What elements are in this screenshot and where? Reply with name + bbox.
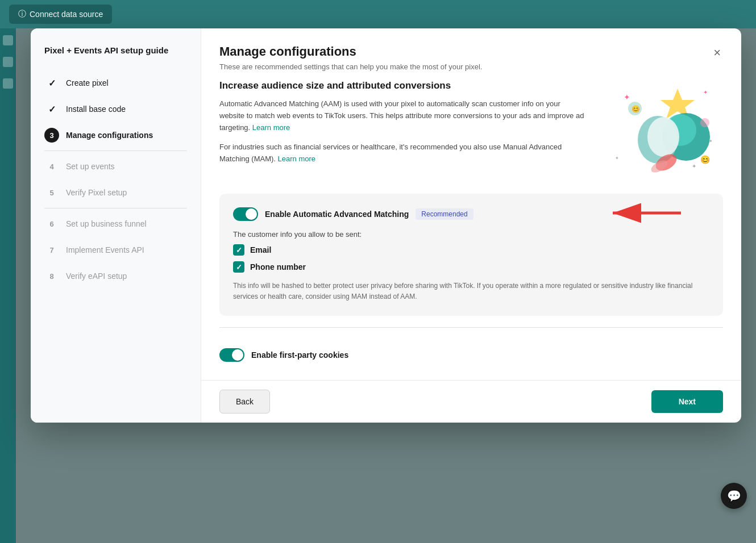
modal-header: Manage configurations These are recommen…	[201, 28, 741, 80]
cookie-section: Enable first-party cookies	[219, 339, 723, 371]
modal-title: Manage configurations	[219, 44, 482, 59]
sidebar-label-set-up-business-funnel: Set up business funnel	[66, 219, 147, 228]
strip-icon-1	[3, 35, 13, 45]
modal-wrapper: Pixel + Events API setup guide ✓ Create …	[16, 17, 756, 543]
sidebar-icon-manage-configurations: 3	[44, 128, 59, 143]
aam-toggle-slider[interactable]	[233, 207, 258, 221]
cookie-toggle-slider[interactable]	[219, 348, 244, 362]
sidebar-title: Pixel + Events API setup guide	[44, 44, 187, 56]
sidebar-icon-create-pixel: ✓	[44, 76, 59, 90]
svg-point-15	[700, 118, 709, 127]
sidebar-label-manage-configurations: Manage configurations	[66, 131, 153, 140]
phone-checkbox-row: Phone number	[233, 261, 709, 273]
section-divider	[219, 327, 723, 328]
phone-checkbox-label: Phone number	[250, 262, 306, 272]
sidebar-label-install-base-code: Install base code	[66, 105, 126, 114]
sidebar-strip	[0, 28, 16, 543]
aam-toggle-label: Enable Automatic Advanced Matching	[265, 210, 409, 219]
modal-header-text: Manage configurations These are recommen…	[219, 44, 482, 71]
sidebar-icon-verify-eapi-setup: 8	[44, 269, 59, 283]
section-desc-2: For industries such as financial service…	[219, 141, 584, 165]
red-arrow	[607, 202, 687, 227]
content-top: Increase audience size and attributed co…	[219, 80, 723, 182]
sidebar-item-set-up-business-funnel[interactable]: 6 Set up business funnel	[44, 211, 187, 237]
sidebar-item-install-base-code[interactable]: ✓ Install base code	[44, 96, 187, 122]
next-button[interactable]: Next	[651, 390, 723, 413]
customer-info-label: The customer info you allow to be sent:	[233, 230, 709, 239]
sidebar-icon-implement-events-api: 7	[44, 243, 59, 257]
email-checkbox-label: Email	[250, 245, 271, 254]
strip-icon-2	[3, 57, 13, 67]
sidebar-label-implement-events-api: Implement Events API	[66, 245, 144, 254]
modal-main: Manage configurations These are recommen…	[201, 28, 741, 423]
sidebar-label-verify-pixel-setup: Verify Pixel setup	[66, 188, 127, 197]
recommended-badge: Recommended	[416, 208, 473, 220]
modal-footer: Back Next	[201, 380, 741, 423]
sidebar-item-implement-events-api[interactable]: 7 Implement Events API	[44, 237, 187, 263]
hash-notice: This info will be hashed to better prote…	[233, 281, 709, 302]
learn-more-link-1[interactable]: Learn more	[252, 123, 290, 132]
learn-more-link-2[interactable]: Learn more	[278, 154, 315, 163]
sidebar-item-create-pixel[interactable]: ✓ Create pixel	[44, 70, 187, 96]
sidebar-item-verify-eapi-setup[interactable]: 8 Verify eAPI setup	[44, 263, 187, 289]
email-checkbox-row: Email	[233, 244, 709, 256]
svg-text:✦: ✦	[615, 156, 619, 161]
aam-toggle-row: Enable Automatic Advanced Matching Recom…	[233, 207, 709, 221]
modal-subtitle: These are recommended settings that can …	[219, 62, 482, 71]
divider-1	[44, 151, 187, 151]
svg-point-12	[647, 117, 679, 157]
strip-icon-3	[3, 78, 13, 89]
content-text: Increase audience size and attributed co…	[219, 80, 584, 182]
sidebar-icon-set-up-events: 4	[44, 159, 59, 174]
config-box: Enable Automatic Advanced Matching Recom…	[219, 194, 723, 316]
modal: Pixel + Events API setup guide ✓ Create …	[31, 28, 741, 423]
sidebar-item-set-up-events[interactable]: 4 Set up events	[44, 153, 187, 179]
section-desc-1: Automatic Advanced Matching (AAM) is use…	[219, 98, 584, 133]
svg-text:😊: 😊	[632, 105, 640, 113]
sidebar-icon-install-base-code: ✓	[44, 102, 59, 116]
sidebar-item-manage-configurations[interactable]: 3 Manage configurations	[44, 122, 187, 148]
cookie-toggle-row: Enable first-party cookies	[219, 348, 723, 362]
email-checkbox[interactable]	[233, 244, 244, 256]
svg-text:✦: ✦	[624, 93, 630, 102]
sidebar-item-verify-pixel-setup[interactable]: 5 Verify Pixel setup	[44, 179, 187, 206]
aam-toggle[interactable]	[233, 207, 258, 221]
modal-sidebar: Pixel + Events API setup guide ✓ Create …	[31, 28, 201, 423]
sidebar-icon-set-up-business-funnel: 6	[44, 216, 59, 231]
illustration: ✦ ✦ ✦ ✦ ✦ 😊 😊	[598, 80, 723, 182]
svg-text:✦: ✦	[692, 163, 696, 169]
svg-text:😊: 😊	[700, 155, 711, 165]
sidebar-icon-verify-pixel-setup: 5	[44, 185, 59, 200]
cookie-toggle-label: Enable first-party cookies	[251, 350, 348, 360]
modal-content: Increase audience size and attributed co…	[201, 80, 741, 380]
modal-body: Pixel + Events API setup guide ✓ Create …	[31, 28, 741, 423]
sidebar-label-verify-eapi-setup: Verify eAPI setup	[66, 272, 127, 281]
cookie-toggle[interactable]	[219, 348, 244, 362]
sidebar-label-set-up-events: Set up events	[66, 162, 115, 171]
sidebar-label-create-pixel: Create pixel	[66, 78, 109, 87]
phone-checkbox[interactable]	[233, 261, 244, 273]
close-button[interactable]: ×	[711, 44, 723, 61]
divider-2	[44, 208, 187, 208]
svg-text:✦: ✦	[703, 89, 708, 95]
section-title: Increase audience size and attributed co…	[219, 80, 584, 91]
chat-icon: 💬	[727, 489, 741, 503]
chat-button[interactable]: 💬	[721, 483, 747, 509]
back-button[interactable]: Back	[219, 390, 270, 413]
